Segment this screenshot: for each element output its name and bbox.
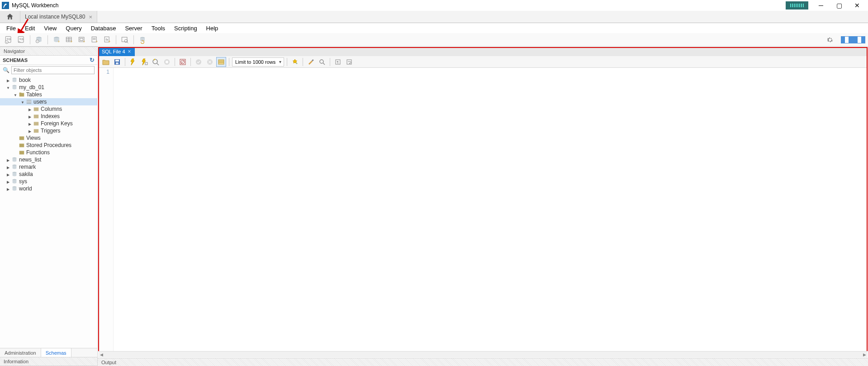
row-limit-select[interactable]: Limit to 1000 rows (232, 57, 284, 67)
folder-icon (33, 128, 40, 134)
folder-icon (18, 135, 25, 141)
reconnect-button[interactable] (137, 34, 148, 46)
svg-rect-51 (116, 62, 119, 64)
svg-rect-37 (34, 108, 39, 111)
create-view-button[interactable]: + (76, 34, 88, 46)
new-sql-tab-button[interactable]: SQL+ (3, 34, 14, 46)
wrap-button[interactable] (344, 57, 354, 67)
editor-tab-sql-file-4[interactable]: SQL File 4 × (98, 47, 135, 56)
create-procedure-button[interactable]: + (89, 34, 100, 46)
views-folder[interactable]: Views (0, 134, 97, 142)
svg-line-54 (157, 63, 159, 65)
schema-tree[interactable]: book my_db_01 Tables users Column (0, 76, 97, 348)
commit-button[interactable] (194, 57, 204, 67)
indexes-folder[interactable]: Indexes (0, 113, 97, 120)
stored-procedures-folder[interactable]: Stored Procedures (0, 142, 97, 149)
menu-view[interactable]: View (40, 25, 60, 32)
menu-tools[interactable]: Tools (148, 25, 169, 32)
toggle-secondary-sidebar-button[interactable] (857, 36, 865, 43)
toggle-autocommit-button[interactable] (178, 57, 188, 67)
editor-horizontal-scrollbar[interactable]: ◀ ▶ (98, 351, 868, 357)
database-icon (11, 178, 18, 185)
close-button[interactable]: ✕ (848, 0, 866, 10)
schema-filter-input[interactable] (11, 66, 95, 74)
svg-rect-50 (115, 60, 119, 62)
svg-rect-64 (218, 60, 224, 64)
folder-icon (33, 106, 40, 112)
toggle-sidebar-button[interactable] (841, 36, 849, 43)
menu-query[interactable]: Query (62, 25, 85, 32)
svg-rect-42 (19, 144, 24, 147)
maximize-button[interactable]: ▢ (830, 0, 848, 10)
execute-current-button[interactable] (139, 57, 149, 67)
svg-rect-56 (166, 61, 168, 63)
schema-node-news-list[interactable]: news_list (0, 156, 97, 163)
execute-button[interactable] (128, 57, 138, 67)
schema-node-world[interactable]: world (0, 185, 97, 192)
filter-row: 🔍 (0, 65, 97, 76)
minimize-button[interactable]: ─ (812, 0, 830, 10)
scroll-left-icon[interactable]: ◀ (98, 352, 104, 358)
brush-button[interactable] (306, 57, 316, 67)
foreign-keys-folder[interactable]: Foreign Keys (0, 120, 97, 127)
tab-schemas[interactable]: Schemas (41, 348, 71, 357)
navigator-header: Navigator (0, 47, 97, 56)
beautify-button[interactable]: + (290, 57, 300, 67)
functions-folder[interactable]: Functions (0, 149, 97, 156)
toggle-invisible-button[interactable]: ¶ (333, 57, 343, 67)
sql-editor-toolbar: Limit to 1000 rows + ¶ (98, 56, 868, 68)
svg-text:+: + (71, 39, 73, 43)
svg-rect-17 (80, 38, 83, 40)
menu-edit[interactable]: Edit (21, 25, 38, 32)
create-schema-button[interactable]: + (51, 34, 62, 46)
app-logo-icon (2, 2, 9, 9)
find-button[interactable] (317, 57, 327, 67)
explain-button[interactable] (151, 57, 161, 67)
home-button[interactable] (0, 11, 20, 23)
menu-server[interactable]: Server (121, 25, 146, 32)
create-function-button[interactable]: fx+ (101, 34, 113, 46)
schema-node-sys[interactable]: sys (0, 178, 97, 185)
menu-database[interactable]: Database (87, 25, 120, 32)
tables-folder[interactable]: Tables (0, 91, 97, 98)
editor-tab-close-icon[interactable]: × (128, 48, 131, 55)
scroll-right-icon[interactable]: ▶ (861, 352, 868, 358)
main-toolbar: SQL+ SQL i + + + + fx+ (0, 33, 868, 47)
open-file-button[interactable] (101, 57, 111, 67)
navigator-panel: Navigator SCHEMAS ↻ 🔍 book my_db_01 (0, 47, 98, 366)
tab-administration[interactable]: Administration (0, 348, 41, 357)
menu-file[interactable]: File (3, 25, 19, 32)
editor-tab-label: SQL File 4 (102, 49, 125, 54)
connection-tab[interactable]: Local instance MySQL80 × (20, 11, 97, 23)
create-table-button[interactable]: + (63, 34, 75, 46)
schema-node-remark[interactable]: remark (0, 163, 97, 171)
menu-scripting[interactable]: Scripting (171, 25, 201, 32)
schema-node-book[interactable]: book (0, 76, 97, 84)
svg-rect-38 (34, 115, 39, 119)
schema-node-sakila[interactable]: sakila (0, 171, 97, 178)
svg-text:+: + (58, 39, 60, 43)
search-table-button[interactable] (119, 34, 131, 46)
sql-editor[interactable] (114, 68, 868, 351)
svg-text:+: + (296, 62, 298, 65)
inspector-button[interactable]: i (33, 34, 45, 46)
table-node-users[interactable]: users (0, 98, 97, 105)
svg-text:+: + (83, 39, 85, 43)
svg-text:¶: ¶ (337, 60, 339, 64)
refresh-schemas-icon[interactable]: ↻ (90, 57, 95, 63)
table-icon (25, 99, 33, 105)
menu-help[interactable]: Help (203, 25, 222, 32)
schema-node-my-db-01[interactable]: my_db_01 (0, 84, 97, 91)
settings-icon[interactable] (825, 34, 835, 45)
open-sql-file-button[interactable]: SQL (15, 34, 27, 46)
rollback-button[interactable] (205, 57, 215, 67)
toggle-limit-button[interactable] (216, 57, 226, 67)
connection-tab-close-icon[interactable]: × (89, 14, 92, 20)
toggle-output-button[interactable] (849, 36, 857, 43)
save-file-button[interactable] (112, 57, 122, 67)
triggers-folder[interactable]: Triggers (0, 127, 97, 134)
columns-folder[interactable]: Columns (0, 105, 97, 113)
stop-button[interactable] (162, 57, 172, 67)
line-gutter: 1 (98, 68, 114, 351)
svg-text:SQL: SQL (19, 38, 24, 40)
